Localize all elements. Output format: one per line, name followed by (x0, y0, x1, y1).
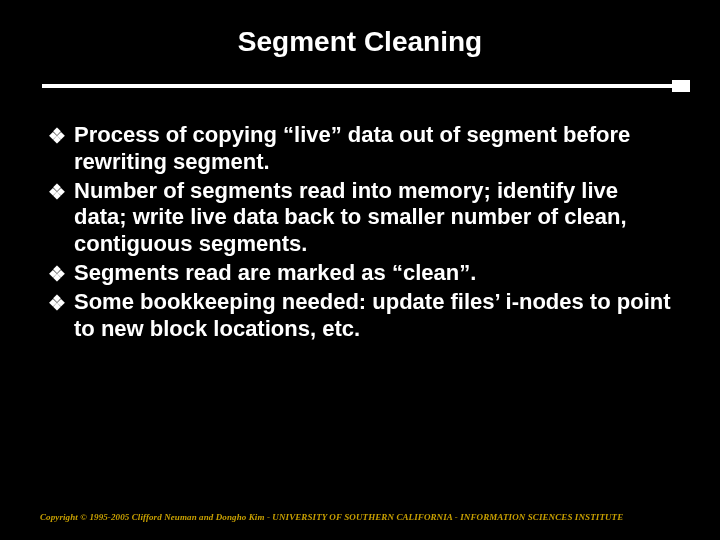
list-item: ❖ Number of segments read into memory; i… (48, 178, 672, 258)
copyright-footer: Copyright © 1995-2005 Clifford Neuman an… (40, 512, 623, 522)
divider-line (42, 84, 678, 88)
diamond-bullet-icon: ❖ (48, 178, 74, 205)
title-divider (48, 82, 672, 90)
bullet-list: ❖ Process of copying “live” data out of … (48, 122, 672, 343)
list-item: ❖ Segments read are marked as “clean”. (48, 260, 672, 287)
diamond-bullet-icon: ❖ (48, 289, 74, 316)
list-item: ❖ Some bookkeeping needed: update files’… (48, 289, 672, 343)
diamond-bullet-icon: ❖ (48, 122, 74, 149)
slide-container: Segment Cleaning ❖ Process of copying “l… (0, 0, 720, 540)
bullet-text: Some bookkeeping needed: update files’ i… (74, 289, 672, 343)
bullet-text: Segments read are marked as “clean”. (74, 260, 672, 287)
bullet-text: Number of segments read into memory; ide… (74, 178, 672, 258)
list-item: ❖ Process of copying “live” data out of … (48, 122, 672, 176)
bullet-text: Process of copying “live” data out of se… (74, 122, 672, 176)
slide-title: Segment Cleaning (48, 26, 672, 58)
divider-endcap (672, 80, 690, 92)
diamond-bullet-icon: ❖ (48, 260, 74, 287)
